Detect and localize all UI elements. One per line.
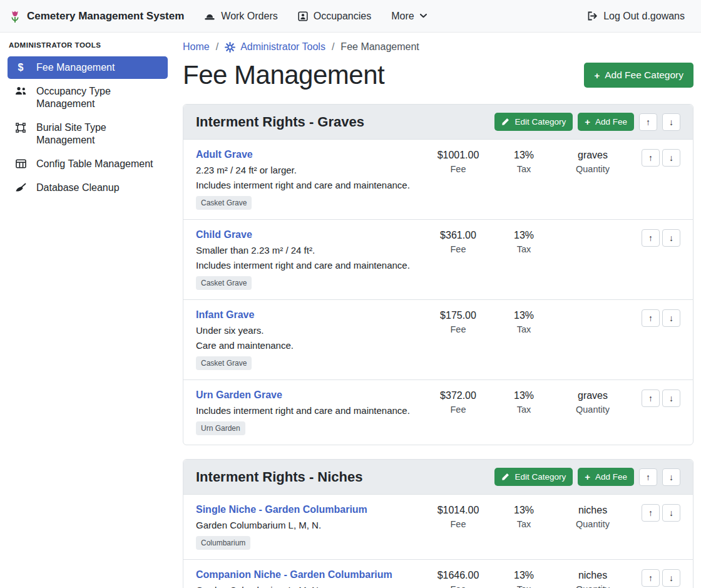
fee-info: Companion Niche - Garden Columbarium Gar…: [196, 569, 424, 588]
sidebar-item-config-table-management[interactable]: Config Table Management: [8, 153, 168, 175]
logout-link[interactable]: Log Out d.gowans: [580, 6, 692, 27]
fee-description: Includes interment right and care and ma…: [196, 180, 417, 190]
down-arrow-icon: ↓: [669, 233, 673, 243]
move-fee-up-button[interactable]: ↑: [642, 229, 660, 247]
up-arrow-icon: ↑: [648, 313, 653, 323]
brand-link[interactable]: Cemetery Management System: [9, 9, 184, 23]
down-arrow-icon: ↓: [669, 508, 673, 518]
plus-icon: +: [585, 117, 590, 126]
edit-category-button[interactable]: Edit Category: [494, 468, 573, 486]
tax-rate: 13% Tax: [493, 389, 555, 415]
vector-square-icon: [14, 123, 28, 133]
fee-info: Adult Grave 2.23 m² / 24 ft² or larger. …: [196, 149, 424, 210]
up-arrow-icon: ↑: [648, 508, 653, 518]
fee-name-link[interactable]: Urn Garden Grave: [196, 389, 282, 401]
move-category-up-button[interactable]: ↑: [639, 468, 657, 486]
down-arrow-icon: ↓: [669, 393, 673, 403]
fee-name-link[interactable]: Infant Grave: [196, 309, 254, 321]
quantity-label: Quantity: [555, 519, 630, 529]
move-category-down-button[interactable]: ↓: [662, 113, 680, 131]
nav-work-orders[interactable]: Work Orders: [197, 6, 285, 27]
page-title: Fee Management: [183, 60, 384, 90]
tax-value: 13%: [493, 570, 555, 581]
occupant-frame-icon: [298, 11, 308, 21]
dollar-icon: $: [14, 63, 28, 73]
fee-amount: $1001.00 Fee: [424, 149, 493, 174]
fee-type-badge: Casket Grave: [196, 356, 252, 370]
quantity-label: Quantity: [555, 164, 630, 174]
move-fee-up-button[interactable]: ↑: [642, 149, 660, 167]
move-fee-up-button[interactable]: ↑: [642, 309, 660, 327]
fee-description: 2.23 m² / 24 ft² or larger.: [196, 165, 417, 175]
sidebar-title: Administrator Tools: [0, 41, 175, 55]
fee-reorder: ↑ ↓: [630, 389, 680, 407]
move-category-up-button[interactable]: ↑: [639, 113, 657, 131]
sidebar-item-label: Fee Management: [36, 61, 115, 74]
nav-more-dropdown[interactable]: More: [384, 6, 434, 27]
tax-rate: 13% Tax: [493, 149, 555, 174]
fee-type-badge: Urn Garden: [196, 421, 245, 435]
move-fee-down-button[interactable]: ↓: [662, 149, 680, 167]
move-fee-down-button[interactable]: ↓: [662, 504, 680, 522]
logout-label: Log Out d.gowans: [603, 11, 685, 22]
fee-value-label: Fee: [424, 584, 493, 588]
logout-icon: [587, 11, 598, 21]
quantity-unit: niches Quantity: [555, 569, 630, 588]
add-fee-button[interactable]: + Add Fee: [578, 113, 634, 131]
gear-icon: [225, 42, 235, 53]
admin-tools-sidebar: Administrator Tools $ Fee Management Occ…: [0, 33, 175, 588]
sidebar-item-database-cleanup[interactable]: Database Cleanup: [8, 177, 168, 199]
sidebar-item-burial-site-type-management[interactable]: Burial Site Type Management: [8, 116, 168, 152]
tax-value: 13%: [493, 310, 555, 321]
fee-name-link[interactable]: Companion Niche - Garden Columbarium: [196, 569, 392, 580]
fee-amount: $372.00 Fee: [424, 389, 493, 415]
add-fee-button[interactable]: + Add Fee: [578, 468, 634, 486]
fee-description: Includes interment right and care and ma…: [196, 260, 417, 271]
fee-name-link[interactable]: Single Niche - Garden Columbarium: [196, 504, 367, 515]
fee-name-link[interactable]: Child Grave: [196, 229, 252, 240]
move-fee-up-button[interactable]: ↑: [642, 569, 660, 587]
fee-value-label: Fee: [424, 244, 493, 254]
fee-info: Infant Grave Under six years. Care and m…: [196, 309, 424, 370]
tax-label: Tax: [493, 244, 555, 254]
quantity-value: niches: [555, 570, 630, 581]
fee-row: Adult Grave 2.23 m² / 24 ft² or larger. …: [183, 140, 693, 220]
move-fee-down-button[interactable]: ↓: [662, 229, 680, 247]
down-arrow-icon: ↓: [669, 472, 673, 482]
breadcrumb-home-link[interactable]: Home: [183, 41, 210, 53]
fee-name-link[interactable]: Adult Grave: [196, 149, 253, 160]
fee-reorder: ↑ ↓: [630, 149, 680, 167]
fee-value: $1646.00: [424, 570, 493, 581]
fee-description: Includes interment right and care and ma…: [196, 405, 417, 416]
sidebar-item-fee-management[interactable]: $ Fee Management: [8, 56, 168, 79]
move-fee-down-button[interactable]: ↓: [662, 569, 680, 587]
fee-description: Garden Columbarium L, M, N.: [196, 520, 417, 530]
tax-label: Tax: [493, 324, 555, 334]
table-icon: [14, 159, 28, 168]
up-arrow-icon: ↑: [648, 233, 653, 243]
edit-category-button[interactable]: Edit Category: [494, 113, 573, 131]
nav-occupancies[interactable]: Occupancies: [290, 6, 379, 27]
fee-amount: $1014.00 Fee: [424, 504, 493, 529]
breadcrumb-admin-tools-link[interactable]: Administrator Tools: [225, 41, 325, 53]
quantity-unit: [555, 229, 630, 233]
fee-value: $361.00: [424, 230, 493, 241]
fee-row: Child Grave Smaller than 2.23 m² / 24 ft…: [183, 220, 693, 300]
move-fee-up-button[interactable]: ↑: [642, 389, 660, 407]
move-fee-down-button[interactable]: ↓: [662, 309, 680, 327]
fee-amount: $175.00 Fee: [424, 309, 493, 334]
move-fee-up-button[interactable]: ↑: [642, 504, 660, 522]
move-fee-down-button[interactable]: ↓: [662, 389, 680, 407]
sidebar-item-occupancy-type-management[interactable]: Occupancy Type Management: [8, 80, 168, 115]
sidebar-item-label: Occupancy Type Management: [36, 85, 161, 110]
quantity-unit: graves Quantity: [555, 389, 630, 415]
category-header: Interment Rights - Niches Edit Category …: [183, 460, 693, 495]
add-fee-category-button[interactable]: + Add Fee Category: [584, 63, 693, 88]
fee-amount: $361.00 Fee: [424, 229, 493, 254]
move-category-down-button[interactable]: ↓: [662, 468, 680, 486]
fee-value: $1014.00: [424, 505, 493, 516]
up-arrow-icon: ↑: [648, 573, 653, 583]
edit-category-label: Edit Category: [514, 472, 566, 482]
chevron-down-icon: [420, 14, 427, 18]
fee-description: Garden Columbarium L, M, N.: [196, 585, 417, 588]
